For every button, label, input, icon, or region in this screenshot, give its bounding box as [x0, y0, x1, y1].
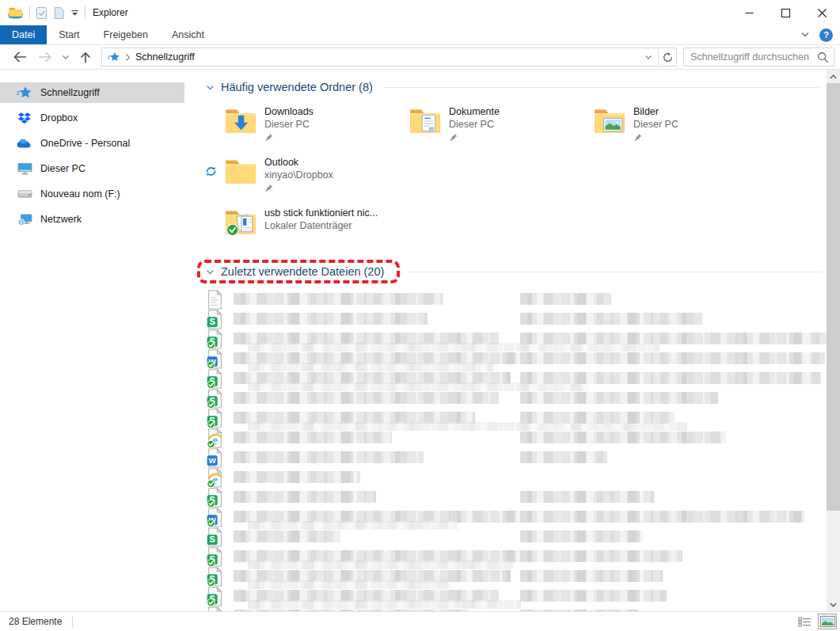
up-button[interactable] — [74, 45, 97, 69]
status-separator — [72, 616, 73, 628]
recent-file-row[interactable]: S — [205, 409, 822, 428]
scroll-up-button[interactable] — [827, 70, 840, 83]
address-bar[interactable]: Schnellzugriff — [101, 48, 677, 67]
scroll-thumb[interactable] — [827, 83, 840, 511]
redacted-file-name — [234, 471, 360, 483]
recent-locations-button[interactable] — [57, 45, 74, 69]
sync-icon — [205, 165, 217, 177]
forward-arrow-icon — [37, 51, 52, 63]
file-excel-icon: S — [207, 527, 223, 547]
file-word-check-icon: W — [207, 507, 223, 527]
expand-ribbon-chevron-icon[interactable] — [800, 32, 810, 38]
folder-pictures-icon — [593, 105, 626, 135]
recent-file-row[interactable]: W — [205, 349, 822, 369]
sidebar-item-onedrive[interactable]: OneDrive - Personal — [0, 133, 184, 154]
help-button[interactable]: ? — [819, 29, 833, 42]
navigation-pane: SchnellzugriffDropboxOneDrive - Personal… — [0, 70, 184, 611]
folder-location: xinyao\Dropbox — [264, 169, 333, 181]
recent-file-row[interactable]: S — [205, 547, 822, 567]
breadcrumb[interactable]: Schnellzugriff — [131, 51, 195, 63]
tab-datei[interactable]: Datei — [0, 25, 47, 44]
recent-file-row[interactable]: S — [205, 310, 822, 329]
folder-tile-downloads[interactable]: DownloadsDieser PC — [205, 101, 390, 152]
group-divider — [382, 87, 822, 88]
recent-file-row[interactable]: S — [205, 527, 822, 547]
window-title: Explorer — [86, 7, 128, 18]
recent-file-row[interactable]: S — [205, 389, 822, 409]
back-button[interactable] — [8, 45, 32, 69]
maximize-button[interactable] — [767, 0, 804, 25]
folder-tile-bilder[interactable]: BilderDieser PC — [574, 101, 758, 152]
minimize-icon — [745, 9, 754, 17]
search-box[interactable] — [683, 48, 834, 67]
sidebar-item-schnellzugriff[interactable]: Schnellzugriff — [0, 82, 184, 103]
recent-file-row[interactable]: S — [205, 488, 822, 507]
recent-files-list: SSWSSSeWeSWSSSSS — [205, 290, 822, 611]
sidebar-item-netzwerk[interactable]: Netzwerk — [0, 209, 184, 230]
redacted-file-path — [520, 451, 607, 463]
redacted-file-path — [520, 392, 718, 404]
ribbon-tab-bar: DateiStartFreigebenAnsicht ? — [0, 25, 840, 45]
group-title[interactable]: Häufig verwendete Ordner (8) — [221, 81, 373, 93]
maximize-icon — [781, 9, 790, 17]
scroll-down-button[interactable] — [827, 598, 840, 611]
collapse-chevron-icon[interactable] — [205, 267, 215, 277]
sidebar-item-label: Netzwerk — [40, 214, 82, 225]
annotation-box: Zuletzt verwendete Dateien (20) — [197, 260, 400, 283]
folder-tile-outlook[interactable]: Outlookxinyao\Dropbox — [205, 152, 390, 203]
refresh-button[interactable] — [658, 48, 676, 66]
pin-icon — [264, 184, 333, 192]
this-pc-icon — [17, 162, 32, 175]
new-folder-icon[interactable] — [53, 6, 65, 20]
recent-file-row[interactable]: S — [205, 329, 822, 349]
back-arrow-icon — [13, 51, 28, 63]
redacted-file-name — [234, 491, 376, 503]
folder-location: Dieser PC — [633, 118, 678, 131]
tab-ansicht[interactable]: Ansicht — [160, 25, 216, 44]
tab-freigeben[interactable]: Freigeben — [92, 25, 160, 44]
recent-file-row[interactable] — [205, 290, 822, 310]
properties-icon[interactable] — [36, 6, 48, 20]
items-count: 28 Elemente — [9, 616, 62, 627]
tab-start[interactable]: Start — [47, 25, 91, 44]
sidebar-item-nouveau-nom[interactable]: Nouveau nom (F:) — [0, 184, 184, 204]
sidebar-item-dropbox[interactable]: Dropbox — [0, 108, 184, 128]
file-generic-icon — [207, 290, 223, 310]
refresh-icon — [663, 52, 673, 63]
recent-file-row[interactable]: S — [205, 606, 822, 611]
redacted-file-path — [520, 570, 663, 582]
sidebar-item-dieser-pc[interactable]: Dieser PC — [0, 158, 184, 179]
breadcrumb-chevron-icon[interactable] — [124, 53, 131, 62]
folder-tile-dokumente[interactable]: DokumenteDieser PC — [390, 101, 574, 152]
recent-file-row[interactable]: S — [205, 587, 822, 606]
close-button[interactable] — [804, 0, 840, 25]
folder-location: Lokaler Datenträger — [264, 219, 378, 232]
recent-file-row[interactable]: W — [205, 448, 822, 468]
collapse-chevron-icon[interactable] — [205, 82, 215, 93]
details-view-button[interactable] — [795, 614, 814, 629]
address-dropdown-button[interactable] — [639, 48, 658, 66]
recent-file-row[interactable]: e — [205, 428, 822, 448]
sidebar-item-label: Dropbox — [40, 112, 78, 124]
minimize-button[interactable] — [731, 0, 767, 25]
customize-toolbar-caret-icon[interactable] — [70, 9, 79, 17]
recent-file-row[interactable]: S — [205, 369, 822, 389]
search-icon[interactable] — [817, 51, 829, 63]
file-excel-check-icon: S — [207, 389, 223, 409]
folder-tile-usb-stick[interactable]: usb stick funktioniert nic...Lokaler Dat… — [205, 203, 390, 253]
recent-file-row[interactable]: S — [205, 567, 822, 587]
thumbnail-view-button[interactable] — [818, 614, 837, 629]
scrollbar[interactable] — [827, 70, 840, 611]
forward-button[interactable] — [32, 45, 57, 69]
recent-file-row[interactable]: W — [205, 507, 822, 527]
search-input[interactable] — [690, 51, 817, 63]
group-header-frequent-folders[interactable]: Häufig verwendete Ordner (8) — [205, 78, 822, 97]
file-excel-check-icon: S — [207, 547, 223, 567]
svg-text:S: S — [210, 534, 215, 544]
folder-name: Dokumente — [449, 105, 500, 118]
redacted-file-name — [234, 313, 428, 325]
folder-plain-icon — [224, 155, 257, 185]
group-title[interactable]: Zuletzt verwendete Dateien (20) — [221, 265, 384, 278]
recent-file-row[interactable]: e — [205, 468, 822, 488]
sidebar-item-label: OneDrive - Personal — [40, 138, 130, 149]
